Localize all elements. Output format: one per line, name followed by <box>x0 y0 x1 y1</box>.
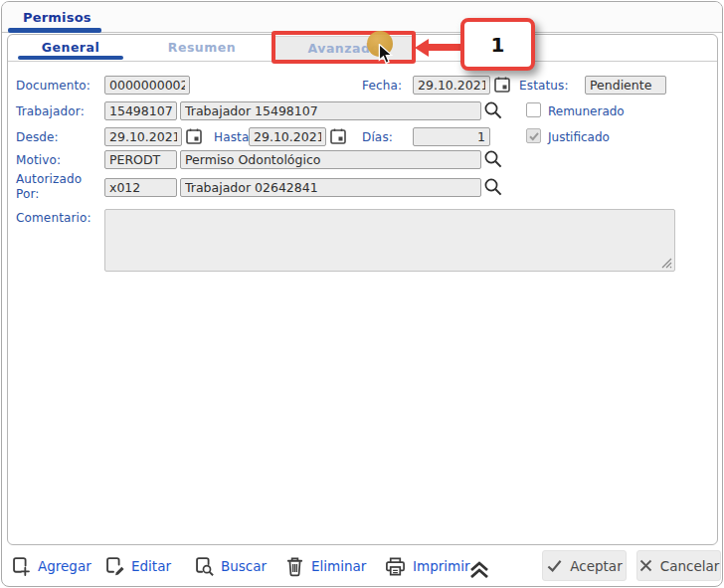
hasta-field[interactable] <box>249 127 326 146</box>
fecha-label: Fecha: <box>362 79 402 93</box>
double-chevron-up-icon <box>467 559 491 578</box>
comentario-wrap <box>104 209 675 272</box>
active-window-tab-indicator <box>8 28 101 33</box>
hasta-calendar-icon[interactable] <box>328 127 348 147</box>
tab-avanzado[interactable]: Avanzado <box>272 36 415 61</box>
editar-label: Editar <box>131 558 171 574</box>
cancelar-label: Cancelar <box>660 558 720 574</box>
justificado-checkbox[interactable] <box>526 128 541 143</box>
justificado-label: Justificado <box>548 130 610 144</box>
check-icon <box>546 558 563 573</box>
trabajador-name-field[interactable] <box>180 101 481 120</box>
collapse-toolbar-button[interactable] <box>467 555 491 581</box>
trabajador-search-icon[interactable] <box>483 100 503 120</box>
remunerado-checkbox[interactable] <box>526 102 541 117</box>
autorizado-name-field[interactable] <box>180 178 481 197</box>
permisos-window: Permisos General Resumen Avanzado Docume… <box>1 1 723 587</box>
hasta-label: Hasta: <box>214 130 254 144</box>
add-record-icon <box>11 555 32 578</box>
edit-icon <box>104 555 125 578</box>
eliminar-button[interactable]: Eliminar <box>284 553 366 579</box>
x-icon <box>638 558 653 573</box>
cancelar-button[interactable]: Cancelar <box>636 550 721 581</box>
eliminar-label: Eliminar <box>311 558 366 574</box>
comentario-label: Comentario: <box>16 211 91 225</box>
editar-button[interactable]: Editar <box>104 553 171 579</box>
desde-calendar-icon[interactable] <box>184 127 204 147</box>
trash-icon <box>284 555 305 578</box>
imprimir-label: Imprimir <box>413 558 469 574</box>
titlebar: Permisos <box>2 2 722 33</box>
remunerado-label: Remunerado <box>548 104 625 118</box>
dias-field[interactable] <box>413 127 490 146</box>
estatus-field[interactable] <box>585 76 666 95</box>
documento-label: Documento: <box>16 79 90 93</box>
desde-field[interactable] <box>104 127 182 146</box>
imprimir-button[interactable]: Imprimir <box>384 553 469 579</box>
permisos-panel: General Resumen Avanzado Documento: Fech… <box>7 34 718 545</box>
trabajador-code-field[interactable] <box>104 101 177 120</box>
fecha-field[interactable] <box>413 76 490 95</box>
buscar-label: Buscar <box>221 558 267 574</box>
tab-resumen[interactable]: Resumen <box>152 35 252 62</box>
dias-label: Días: <box>362 130 393 144</box>
motivo-code-field[interactable] <box>104 150 177 169</box>
trabajador-label: Trabajador: <box>16 104 85 118</box>
desde-label: Desde: <box>16 130 59 144</box>
documento-field[interactable] <box>104 76 190 95</box>
estatus-label: Estatus: <box>519 79 569 93</box>
tab-bar: General Resumen Avanzado <box>8 35 717 62</box>
tab-general[interactable]: General <box>16 35 125 62</box>
aceptar-button[interactable]: Aceptar <box>542 550 627 581</box>
fecha-calendar-icon[interactable] <box>492 76 512 96</box>
search-record-icon <box>194 555 215 578</box>
window-tab-permisos[interactable]: Permisos <box>23 10 91 25</box>
autorizado-code-field[interactable] <box>104 178 177 197</box>
agregar-button[interactable]: Agregar <box>11 553 91 579</box>
buscar-button[interactable]: Buscar <box>194 553 267 579</box>
printer-icon <box>384 556 407 577</box>
agregar-label: Agregar <box>38 558 91 574</box>
autorizado-por-label: Autorizado Por: <box>16 172 99 202</box>
comentario-textarea[interactable] <box>104 209 675 272</box>
motivo-name-field[interactable] <box>180 150 481 169</box>
motivo-search-icon[interactable] <box>483 149 503 169</box>
aceptar-label: Aceptar <box>570 558 622 574</box>
autorizado-search-icon[interactable] <box>483 177 503 197</box>
motivo-label: Motivo: <box>16 153 61 167</box>
